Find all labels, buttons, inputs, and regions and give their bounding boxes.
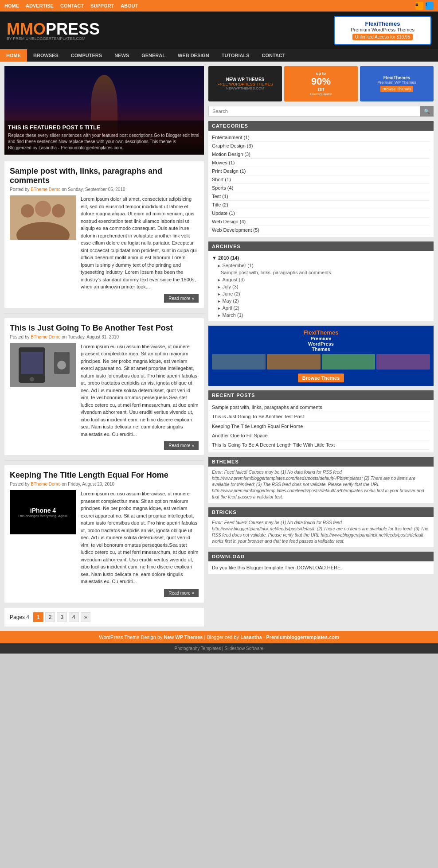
category-short[interactable]: Short (1)	[212, 175, 430, 184]
post-2-meta: Posted by BTheme Demo on Tuesday, August…	[10, 335, 199, 339]
banner-newwp-site: NEWWPTHEMES.COM	[226, 86, 264, 90]
archive-month-jun[interactable]: June (2)	[212, 290, 430, 297]
category-sports[interactable]: Sports (4)	[212, 184, 430, 192]
footer-slideshow-software[interactable]: Slideshow Software	[225, 646, 264, 651]
search-box: 🔍	[208, 106, 434, 117]
header-advertisement[interactable]: FlexiThemes Premium WordPress Themes Unl…	[334, 16, 431, 45]
page-1-button[interactable]: 1	[33, 612, 43, 622]
btricks-error: Error: Feed failed! Causes may be (1) No…	[212, 520, 430, 545]
banner-flexi-sub: Premium WP Themes	[377, 80, 416, 85]
archive-month-may[interactable]: May (2)	[212, 297, 430, 304]
nav-webdesign[interactable]: WEB DESIGN	[172, 49, 215, 62]
nav-tutorials[interactable]: TUTORIALS	[215, 49, 256, 62]
search-input[interactable]	[208, 106, 420, 117]
main-content-area: THIS IS FEATURED POST 5 TITLE Replace th…	[4, 66, 204, 627]
page-4-button[interactable]: 4	[69, 612, 79, 622]
post-divider-2	[4, 460, 204, 461]
page-3-button[interactable]: 3	[57, 612, 67, 622]
pagination: Pages 4 1 2 3 4 »	[4, 608, 204, 627]
post-1-meta: Posted by BTheme Demo on Sunday, Septemb…	[10, 187, 199, 192]
nav-home[interactable]: HOME	[0, 49, 27, 62]
topnav-home[interactable]: HOME	[4, 3, 19, 8]
recent-post-1[interactable]: Sample post with, links, paragraphs and …	[212, 403, 430, 412]
nav-contact[interactable]: CONTACT	[256, 49, 292, 62]
flexi-ad-browse-button[interactable]: Browse Themes	[298, 374, 344, 382]
archive-month-jul[interactable]: July (3)	[212, 283, 430, 290]
archive-month-sep[interactable]: September (1)	[212, 262, 430, 269]
nav-news[interactable]: NEWS	[108, 49, 135, 62]
category-print-design[interactable]: Print Design (1)	[212, 167, 430, 175]
post-2-title[interactable]: This is Just Going To Be Another Test Po…	[10, 323, 199, 333]
bthemes-content: Error: Feed failed! Causes may be (1) No…	[208, 467, 434, 503]
footer-link-lasantha[interactable]: Lasantha	[240, 634, 262, 640]
topnav-support[interactable]: SUPPORT	[90, 3, 114, 8]
category-motion-design[interactable]: Motion Design (3)	[212, 150, 430, 159]
category-movies[interactable]: Movies (1)	[212, 159, 430, 167]
footer-text-2: | Bloggerized by	[204, 634, 240, 640]
archive-sep-post[interactable]: Sample post with, links, paragraphs and …	[212, 269, 430, 276]
categories-section: CATEGORIES Entertainment (1) Graphic Des…	[208, 121, 434, 237]
post-3-author[interactable]: BTheme Demo	[31, 482, 60, 487]
social-icons: ≡ t	[415, 2, 434, 10]
recent-post-5[interactable]: This Is Going To Be A Decent Length Titl…	[212, 440, 430, 450]
featured-post[interactable]: THIS IS FEATURED POST 5 TITLE Replace th…	[4, 66, 204, 155]
category-update[interactable]: Update (1)	[212, 209, 430, 218]
flexi-ad-images	[212, 354, 430, 370]
recent-post-4[interactable]: Another One to Fill Space	[212, 431, 430, 440]
post-1-date: Sunday, September 05, 2010	[68, 187, 125, 192]
banner-flexi-btn[interactable]: Browse Themes	[380, 86, 414, 92]
topnav-about[interactable]: ABOUT	[121, 3, 138, 8]
post-3-read-more-wrap: Read more »	[10, 589, 199, 597]
archive-month-mar[interactable]: March (1)	[212, 311, 430, 319]
post-2-author[interactable]: BTheme Demo	[31, 335, 60, 339]
flexi-ad-img-2	[267, 354, 321, 370]
post-3-read-more-button[interactable]: Read more »	[164, 589, 199, 597]
post-3-text: Lorem ipsum eu usu assum liberavisse, ut…	[81, 490, 199, 585]
recent-post-2[interactable]: This is Just Going To Be Another Test Po…	[212, 412, 430, 421]
main-navbar: HOME BROWSES COMPUTERS NEWS GENERAL WEB …	[0, 49, 438, 62]
archive-month-apr[interactable]: April (2)	[212, 304, 430, 311]
footer-photo-templates[interactable]: Photography Templates	[175, 646, 221, 651]
page-2-button[interactable]: 2	[45, 612, 55, 622]
category-test[interactable]: Test (1)	[212, 192, 430, 201]
archive-month-aug[interactable]: August (3)	[212, 276, 430, 283]
twitter-icon[interactable]: t	[426, 2, 434, 10]
category-entertainment[interactable]: Entertainment (1)	[212, 133, 430, 142]
rss-icon[interactable]: ≡	[415, 2, 423, 10]
post-2-read-more-button[interactable]: Read more »	[164, 441, 199, 450]
header-ad-brand: FlexiThemes	[340, 20, 425, 27]
svg-point-10	[57, 361, 66, 370]
sidebar: NEW WP THEMES FREE WORDPRESS THEMES NEWW…	[208, 66, 434, 627]
topnav-advertise[interactable]: ADVERTISE	[26, 3, 54, 8]
recent-post-3[interactable]: Keeping The Title Length Equal For Home	[212, 422, 430, 431]
search-button[interactable]: 🔍	[420, 106, 434, 117]
post-1-read-more-button[interactable]: Read more »	[164, 294, 199, 303]
category-graphic-design[interactable]: Graphic Design (3)	[212, 142, 430, 150]
post-1-author[interactable]: BTheme Demo	[31, 187, 60, 192]
footer-link-pbt[interactable]: Premiumbloggertemplates.com	[266, 634, 339, 640]
banner-discount[interactable]: up to 90% Off Limited Units!	[284, 66, 358, 101]
category-web-design[interactable]: Web Design (4)	[212, 218, 430, 226]
banner-discount-off: Off	[318, 87, 324, 92]
post-1-title[interactable]: Sample post with, links, paragraphs and …	[10, 167, 199, 185]
post-3-meta: Posted by BTheme Demo on Friday, August …	[10, 482, 199, 487]
category-title[interactable]: Title (2)	[212, 201, 430, 209]
nav-computers[interactable]: COMPUTERS	[65, 49, 108, 62]
archive-year-2010[interactable]: 2010 (14)	[212, 254, 430, 262]
banner-flexithemes[interactable]: FlexiThemes Premium WP Themes Browse The…	[360, 66, 434, 101]
nav-browses[interactable]: BROWSES	[27, 49, 65, 62]
post-3-body: iPhone 4 This changes everything. Again.…	[10, 490, 199, 585]
site-logo[interactable]: MMOPRESS BY PREMIUMBLOGGERTEMPLATES.COM	[7, 20, 100, 41]
banner-discount-upto: up to	[316, 71, 326, 76]
banner-newwp-title: NEW WP THEMES	[226, 77, 264, 82]
post-3-title[interactable]: Keeping The Title Length Equal For Home	[10, 471, 199, 480]
banner-newwpthemes[interactable]: NEW WP THEMES FREE WORDPRESS THEMES NEWW…	[208, 66, 282, 101]
post-2-text: Lorem ipsum eu usu assum liberavisse, ut…	[81, 343, 199, 438]
nav-general[interactable]: GENERAL	[135, 49, 172, 62]
category-web-dev[interactable]: Web Development (5)	[212, 226, 430, 234]
footer-link-newwp[interactable]: New WP Themes	[164, 634, 203, 640]
topnav-contact[interactable]: CONTACT	[60, 3, 84, 8]
flexi-sidebar-ad[interactable]: FlexiThemes Premium WordPress Themes Bro…	[208, 326, 434, 386]
page-next-button[interactable]: »	[81, 612, 91, 622]
post-2-read-more-wrap: Read more »	[10, 441, 199, 450]
